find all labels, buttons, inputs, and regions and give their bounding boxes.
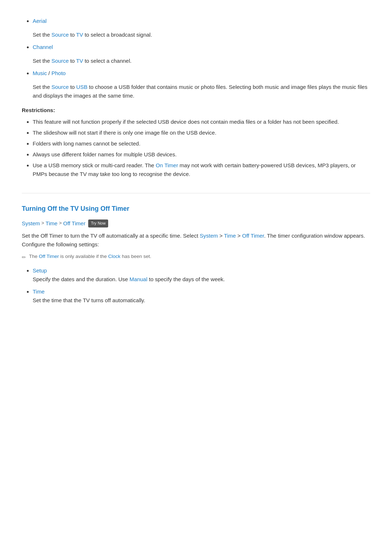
music-label: Music — [33, 70, 47, 76]
list-item-channel: Channel Set the Source to TV to select a… — [33, 43, 370, 65]
channel-source-link: Source — [52, 58, 69, 64]
off-timer-intro: Set the Off Timer to turn the TV off aut… — [22, 231, 370, 249]
setup-desc: Specify the dates and the duration. Use … — [33, 275, 370, 284]
channel-label: Channel — [33, 44, 53, 50]
manual-link: Manual — [130, 276, 147, 282]
note-text: The Off Timer is only available if the C… — [29, 253, 151, 260]
list-item-aerial: Aerial Set the Source to TV to select a … — [33, 17, 370, 39]
note-off-timer-link: Off Timer — [39, 254, 59, 259]
restriction-3: Folders with long names cannot be select… — [33, 139, 370, 148]
photo-label: Photo — [52, 70, 66, 76]
restriction-2: The slideshow will not start if there is… — [33, 128, 370, 137]
restrictions-heading: Restrictions: — [22, 106, 370, 115]
channel-tv-link: TV — [76, 58, 83, 64]
music-photo-label: Music / Photo — [33, 70, 66, 76]
pencil-icon: ✏ — [22, 253, 26, 261]
intro-system-link[interactable]: System — [200, 233, 218, 239]
breadcrumb-sep-1: > — [41, 219, 44, 227]
time-desc: Set the time that the TV turns off autom… — [33, 296, 370, 305]
breadcrumb-sep-2: > — [59, 219, 62, 227]
intro-time-link[interactable]: Time — [224, 233, 236, 239]
aerial-tv-link: TV — [76, 32, 83, 38]
list-item-music-photo: Music / Photo Set the Source to USB to c… — [33, 69, 370, 100]
restriction-5-on-timer: Use a USB memory stick or multi-card rea… — [33, 161, 370, 178]
off-timer-section-title: Turning Off the TV Using Off Timer — [22, 193, 370, 214]
aerial-source-link: Source — [52, 32, 69, 38]
music-photo-desc: Set the Source to USB to choose a USB fo… — [33, 83, 370, 100]
note-row: ✏ The Off Timer is only available if the… — [22, 253, 370, 261]
channel-desc: Set the Source to TV to select a channel… — [33, 57, 370, 65]
music-photo-source-link: Source — [52, 84, 69, 90]
music-photo-usb-link: USB — [76, 84, 87, 90]
setup-label: Setup — [33, 267, 47, 274]
on-timer-link: On Timer — [156, 162, 178, 168]
top-list: Aerial Set the Source to TV to select a … — [22, 17, 370, 100]
intro-off-timer-link[interactable]: Off Timer — [242, 233, 264, 239]
restriction-1: This feature will not function properly … — [33, 118, 370, 126]
breadcrumb: System > Time > Off Timer Try Now — [22, 219, 370, 228]
restrictions-list: This feature will not function properly … — [22, 118, 370, 178]
restriction-4: Always use different folder names for mu… — [33, 150, 370, 159]
breadcrumb-off-timer[interactable]: Off Timer — [63, 219, 85, 228]
note-clock-link: Clock — [108, 254, 121, 259]
time-label: Time — [33, 288, 45, 295]
list-item-setup: Setup Specify the dates and the duration… — [33, 266, 370, 284]
try-now-badge[interactable]: Try Now — [88, 219, 108, 227]
aerial-label: Aerial — [33, 18, 46, 24]
aerial-desc: Set the Source to TV to select a broadca… — [33, 30, 370, 39]
breadcrumb-time[interactable]: Time — [46, 219, 58, 228]
breadcrumb-system[interactable]: System — [22, 219, 40, 228]
off-timer-items-list: Setup Specify the dates and the duration… — [22, 266, 370, 305]
list-item-time: Time Set the time that the TV turns off … — [33, 287, 370, 305]
